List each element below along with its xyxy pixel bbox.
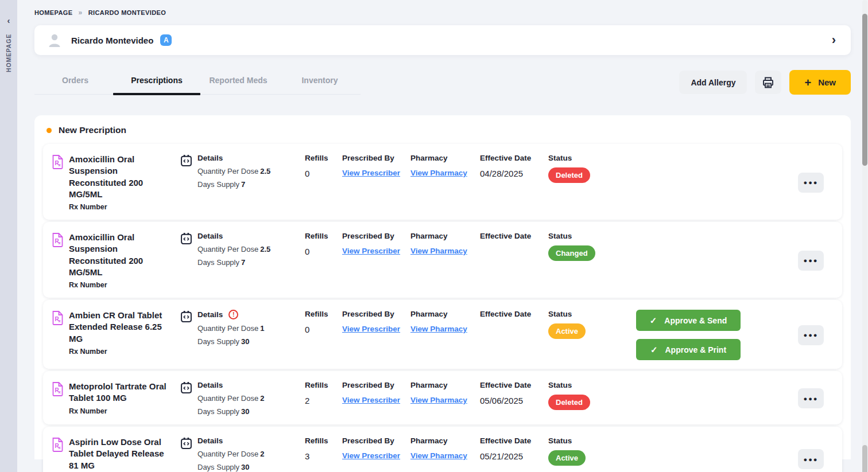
section-bullet-icon bbox=[46, 128, 52, 133]
collapse-sidebar-icon[interactable]: ‹ bbox=[7, 16, 10, 25]
pharmacy-column: Pharmacy View Pharmacy bbox=[410, 232, 480, 256]
effective-date-column: Effective Date 04/28/2025 bbox=[480, 154, 548, 178]
sidebar-item-homepage[interactable]: HOMEPAGE bbox=[5, 34, 12, 72]
column-header-effective-date: Effective Date bbox=[480, 154, 548, 162]
more-actions-button[interactable]: ●●● bbox=[798, 388, 824, 408]
rx-number-label: Rx Number bbox=[69, 281, 174, 289]
view-pharmacy-link[interactable]: View Pharmacy bbox=[410, 247, 467, 255]
approve-send-button[interactable]: ✓ Approve & Send bbox=[636, 310, 741, 331]
drug-column: Ambien CR Oral Tablet Extended Release 6… bbox=[69, 310, 180, 356]
scrollbar-thumb-secondary[interactable] bbox=[862, 445, 867, 472]
rx-number-label: Rx Number bbox=[69, 407, 174, 415]
prescriptions-panel: New Precription R x Amoxicillin Oral Sus… bbox=[34, 115, 851, 459]
section-title: New Precription bbox=[59, 125, 126, 135]
svg-text:x: x bbox=[59, 162, 61, 167]
column-header-details: Details bbox=[197, 436, 223, 445]
status-badge: Deleted bbox=[548, 167, 590, 183]
status-badge: Active bbox=[548, 450, 586, 466]
effective-date-value: 05/21/2025 bbox=[480, 451, 548, 461]
prescriber-column: Prescribed By View Prescriber bbox=[342, 232, 410, 256]
tab-bar: Orders Prescriptions Reported Meds Inven… bbox=[34, 70, 361, 95]
status-badge: Deleted bbox=[548, 395, 590, 410]
prescription-row: R x Amoxicillin Oral Suspension Reconsti… bbox=[43, 144, 842, 220]
view-pharmacy-link[interactable]: View Pharmacy bbox=[410, 396, 467, 404]
status-badge: Changed bbox=[548, 245, 595, 261]
view-prescriber-link[interactable]: View Prescriber bbox=[342, 396, 400, 404]
tab-inventory[interactable]: Inventory bbox=[279, 70, 361, 94]
view-prescriber-link[interactable]: View Prescriber bbox=[342, 325, 400, 333]
svg-text:x: x bbox=[59, 445, 61, 450]
column-header-status: Status bbox=[548, 381, 636, 389]
column-header-prescribed-by: Prescribed By bbox=[342, 436, 410, 445]
chevron-right-icon[interactable]: › bbox=[832, 34, 836, 46]
quantity-per-dose: Quantity Per Dose2 bbox=[197, 450, 305, 458]
more-actions-button[interactable]: ●●● bbox=[798, 251, 824, 271]
view-prescriber-link[interactable]: View Prescriber bbox=[342, 247, 400, 255]
breadcrumb: HOMEPAGE » RICARDO MONTEVIDEO bbox=[34, 0, 851, 25]
column-header-status: Status bbox=[548, 154, 636, 162]
allergy-badge: A bbox=[160, 34, 172, 46]
breadcrumb-current: RICARDO MONTEVIDEO bbox=[88, 9, 166, 16]
column-header-prescribed-by: Prescribed By bbox=[342, 154, 410, 162]
refills-column: Refills 0 bbox=[305, 154, 342, 178]
days-supply: Days Supply7 bbox=[197, 180, 305, 189]
rx-document-icon: R x bbox=[51, 232, 69, 248]
days-supply: Days Supply7 bbox=[197, 258, 305, 267]
more-actions-button[interactable]: ●●● bbox=[798, 173, 824, 193]
app-window: ‹ HOMEPAGE HOMEPAGE » RICARDO MONTEVIDEO… bbox=[0, 0, 868, 472]
column-header-effective-date: Effective Date bbox=[480, 381, 548, 389]
drug-name: Aspirin Low Dose Oral Tablet Delayed Rel… bbox=[69, 436, 174, 471]
new-prescription-button[interactable]: + New bbox=[789, 70, 851, 95]
drug-name: Ambien CR Oral Tablet Extended Release 6… bbox=[69, 310, 174, 345]
approve-send-label: Approve & Send bbox=[664, 316, 727, 325]
view-prescriber-link[interactable]: View Prescriber bbox=[342, 451, 400, 460]
tab-reported-meds[interactable]: Reported Meds bbox=[197, 70, 279, 94]
view-pharmacy-link[interactable]: View Pharmacy bbox=[410, 169, 467, 177]
rx-document-icon: R x bbox=[51, 154, 69, 170]
column-header-prescribed-by: Prescribed By bbox=[342, 381, 410, 389]
calendar-icon bbox=[180, 154, 197, 167]
patient-card[interactable]: Ricardo Montevideo A › bbox=[34, 25, 851, 55]
more-actions-button[interactable]: ●●● bbox=[798, 325, 824, 345]
rx-document-icon: R x bbox=[51, 436, 69, 453]
quantity-per-dose: Quantity Per Dose2 bbox=[197, 394, 305, 403]
approve-print-button[interactable]: ✓ Approve & Print bbox=[636, 339, 741, 360]
quantity-per-dose: Quantity Per Dose2.5 bbox=[197, 167, 305, 175]
view-pharmacy-link[interactable]: View Pharmacy bbox=[410, 451, 467, 460]
column-header-prescribed-by: Prescribed By bbox=[342, 232, 410, 240]
view-pharmacy-link[interactable]: View Pharmacy bbox=[410, 325, 467, 333]
column-header-pharmacy: Pharmacy bbox=[410, 381, 480, 389]
details-column: Details ! Quantity Per Dose2.5 Days Supp… bbox=[197, 232, 305, 267]
ellipsis-icon: ●●● bbox=[804, 179, 819, 186]
tab-prescriptions[interactable]: Prescriptions bbox=[116, 70, 197, 94]
refills-column: Refills 0 bbox=[305, 232, 342, 256]
more-actions-button[interactable]: ●●● bbox=[798, 449, 824, 469]
breadcrumb-separator-icon: » bbox=[79, 9, 83, 17]
calendar-icon bbox=[180, 381, 197, 395]
effective-date-column: Effective Date bbox=[480, 310, 548, 325]
quantity-per-dose: Quantity Per Dose2.5 bbox=[197, 245, 305, 253]
drug-column: Aspirin Low Dose Oral Tablet Delayed Rel… bbox=[69, 436, 180, 472]
breadcrumb-homepage[interactable]: HOMEPAGE bbox=[34, 9, 73, 16]
approve-print-label: Approve & Print bbox=[665, 345, 727, 354]
status-badge: Active bbox=[548, 323, 586, 339]
scrollbar-thumb[interactable] bbox=[862, 14, 867, 166]
column-header-details: Details bbox=[197, 381, 223, 389]
refills-column: Refills 0 bbox=[305, 310, 342, 334]
view-prescriber-link[interactable]: View Prescriber bbox=[342, 169, 400, 177]
drug-column: Amoxicillin Oral Suspension Reconstitute… bbox=[69, 232, 180, 289]
column-header-effective-date: Effective Date bbox=[480, 310, 548, 318]
patient-name: Ricardo Montevideo bbox=[71, 36, 153, 45]
plus-icon: + bbox=[804, 77, 811, 88]
rx-document-icon: R x bbox=[51, 381, 69, 397]
print-button[interactable] bbox=[755, 71, 781, 94]
details-column: Details ! Quantity Per Dose1 Days Supply… bbox=[197, 310, 305, 346]
ellipsis-icon: ●●● bbox=[804, 456, 819, 463]
days-supply: Days Supply30 bbox=[197, 337, 305, 346]
rx-number-label: Rx Number bbox=[69, 348, 174, 356]
add-allergy-button[interactable]: Add Allergy bbox=[679, 71, 747, 94]
sidebar: ‹ HOMEPAGE bbox=[0, 0, 17, 472]
column-header-details: Details bbox=[197, 310, 223, 319]
tab-orders[interactable]: Orders bbox=[34, 70, 116, 94]
details-column: Details ! Quantity Per Dose2 Days Supply… bbox=[197, 381, 305, 416]
